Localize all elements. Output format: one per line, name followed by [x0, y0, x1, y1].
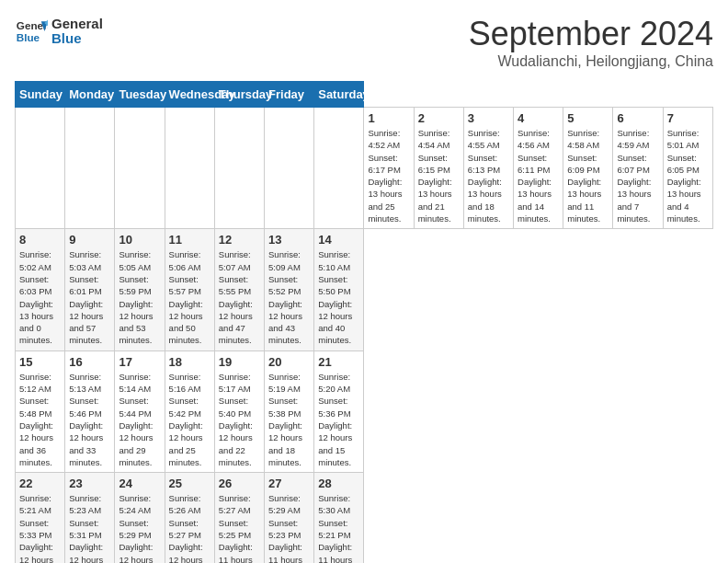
- day-info: Sunrise: 5:21 AM Sunset: 5:33 PM Dayligh…: [19, 492, 61, 563]
- day-number: 23: [69, 477, 110, 490]
- day-number: 16: [69, 355, 110, 369]
- calendar-cell: 9Sunrise: 5:03 AM Sunset: 6:01 PM Daylig…: [65, 229, 115, 350]
- calendar-cell: [115, 108, 165, 229]
- col-sunday: Sunday: [16, 82, 65, 108]
- day-number: 27: [268, 477, 310, 490]
- col-saturday: Saturday: [314, 82, 364, 108]
- col-thursday: Thursday: [214, 82, 264, 108]
- day-number: 19: [219, 355, 260, 369]
- day-info: Sunrise: 5:12 AM Sunset: 5:48 PM Dayligh…: [19, 371, 61, 468]
- calendar-cell: [214, 108, 264, 229]
- day-info: Sunrise: 4:58 AM Sunset: 6:09 PM Dayligh…: [567, 127, 609, 224]
- col-friday: Friday: [265, 82, 314, 108]
- day-number: 1: [368, 111, 409, 125]
- day-info: Sunrise: 5:23 AM Sunset: 5:31 PM Dayligh…: [69, 492, 110, 563]
- day-info: Sunrise: 5:24 AM Sunset: 5:29 PM Dayligh…: [119, 492, 160, 563]
- day-number: 9: [69, 233, 110, 247]
- day-info: Sunrise: 5:16 AM Sunset: 5:42 PM Dayligh…: [169, 371, 210, 468]
- day-info: Sunrise: 5:27 AM Sunset: 5:25 PM Dayligh…: [219, 492, 260, 563]
- day-info: Sunrise: 5:01 AM Sunset: 6:05 PM Dayligh…: [667, 127, 709, 224]
- col-tuesday: Tuesday: [115, 82, 165, 108]
- calendar-week-4: 22Sunrise: 5:21 AM Sunset: 5:33 PM Dayli…: [16, 473, 713, 563]
- day-info: Sunrise: 5:26 AM Sunset: 5:27 PM Dayligh…: [169, 492, 210, 563]
- day-number: 3: [468, 111, 509, 125]
- location-title: Wudalianchi, Heilongjiang, China: [469, 53, 713, 70]
- day-info: Sunrise: 5:19 AM Sunset: 5:38 PM Dayligh…: [268, 371, 310, 468]
- calendar-cell: 28Sunrise: 5:30 AM Sunset: 5:21 PM Dayli…: [314, 473, 364, 563]
- day-number: 22: [19, 477, 61, 490]
- day-info: Sunrise: 5:06 AM Sunset: 5:57 PM Dayligh…: [169, 248, 210, 346]
- day-number: 5: [567, 111, 609, 125]
- calendar-cell: 13Sunrise: 5:09 AM Sunset: 5:52 PM Dayli…: [265, 229, 314, 350]
- calendar-week-2: 8Sunrise: 5:02 AM Sunset: 6:03 PM Daylig…: [16, 229, 713, 350]
- page-header: General Blue General Blue September 2024…: [15, 15, 713, 70]
- day-info: Sunrise: 4:52 AM Sunset: 6:17 PM Dayligh…: [368, 127, 409, 224]
- logo-icon: General Blue: [15, 15, 48, 48]
- calendar-cell: [314, 108, 364, 229]
- day-number: 20: [268, 355, 310, 369]
- day-number: 25: [169, 477, 210, 490]
- calendar-cell: [16, 108, 65, 229]
- day-number: 21: [318, 355, 359, 369]
- day-info: Sunrise: 5:09 AM Sunset: 5:52 PM Dayligh…: [268, 248, 310, 346]
- day-number: 11: [169, 233, 210, 247]
- day-info: Sunrise: 5:05 AM Sunset: 5:59 PM Dayligh…: [119, 248, 160, 346]
- logo: General Blue General Blue: [15, 15, 103, 48]
- calendar-cell: 3Sunrise: 4:55 AM Sunset: 6:13 PM Daylig…: [463, 108, 513, 229]
- calendar-cell: 7Sunrise: 5:01 AM Sunset: 6:05 PM Daylig…: [663, 108, 712, 229]
- calendar-table: Sunday Monday Tuesday Wednesday Thursday…: [15, 81, 713, 563]
- day-number: 6: [617, 111, 658, 125]
- logo-line1: General: [51, 17, 103, 32]
- day-info: Sunrise: 4:55 AM Sunset: 6:13 PM Dayligh…: [468, 127, 509, 224]
- month-title: September 2024: [469, 15, 713, 53]
- calendar-cell: 10Sunrise: 5:05 AM Sunset: 5:59 PM Dayli…: [115, 229, 165, 350]
- day-info: Sunrise: 5:13 AM Sunset: 5:46 PM Dayligh…: [69, 371, 110, 468]
- calendar-cell: 14Sunrise: 5:10 AM Sunset: 5:50 PM Dayli…: [314, 229, 364, 350]
- calendar-cell: [65, 108, 115, 229]
- day-info: Sunrise: 5:10 AM Sunset: 5:50 PM Dayligh…: [318, 248, 359, 346]
- calendar-cell: 15Sunrise: 5:12 AM Sunset: 5:48 PM Dayli…: [16, 350, 65, 472]
- calendar-cell: 4Sunrise: 4:56 AM Sunset: 6:11 PM Daylig…: [514, 108, 563, 229]
- calendar-cell: 26Sunrise: 5:27 AM Sunset: 5:25 PM Dayli…: [214, 473, 264, 563]
- calendar-cell: 25Sunrise: 5:26 AM Sunset: 5:27 PM Dayli…: [165, 473, 214, 563]
- calendar-cell: 6Sunrise: 4:59 AM Sunset: 6:07 PM Daylig…: [613, 108, 663, 229]
- calendar-cell: [165, 108, 214, 229]
- col-wednesday: Wednesday: [165, 82, 214, 108]
- calendar-cell: 24Sunrise: 5:24 AM Sunset: 5:29 PM Dayli…: [115, 473, 165, 563]
- calendar-cell: 8Sunrise: 5:02 AM Sunset: 6:03 PM Daylig…: [16, 229, 65, 350]
- day-number: 15: [19, 355, 61, 369]
- day-number: 4: [518, 111, 559, 125]
- calendar-cell: 17Sunrise: 5:14 AM Sunset: 5:44 PM Dayli…: [115, 350, 165, 472]
- calendar-cell: 21Sunrise: 5:20 AM Sunset: 5:36 PM Dayli…: [314, 350, 364, 472]
- day-number: 12: [219, 233, 260, 247]
- day-number: 14: [318, 233, 359, 247]
- day-info: Sunrise: 4:54 AM Sunset: 6:15 PM Dayligh…: [418, 127, 460, 224]
- col-monday: Monday: [65, 82, 115, 108]
- calendar-week-1: 1Sunrise: 4:52 AM Sunset: 6:17 PM Daylig…: [16, 108, 713, 229]
- day-number: 18: [169, 355, 210, 369]
- calendar-cell: [265, 108, 314, 229]
- day-info: Sunrise: 5:14 AM Sunset: 5:44 PM Dayligh…: [119, 371, 160, 468]
- calendar-week-3: 15Sunrise: 5:12 AM Sunset: 5:48 PM Dayli…: [16, 350, 713, 472]
- calendar-cell: 12Sunrise: 5:07 AM Sunset: 5:55 PM Dayli…: [214, 229, 264, 350]
- day-number: 26: [219, 477, 260, 490]
- calendar-cell: 23Sunrise: 5:23 AM Sunset: 5:31 PM Dayli…: [65, 473, 115, 563]
- header-row: Sunday Monday Tuesday Wednesday Thursday…: [16, 82, 713, 108]
- calendar-cell: 27Sunrise: 5:29 AM Sunset: 5:23 PM Dayli…: [265, 473, 314, 563]
- day-info: Sunrise: 5:07 AM Sunset: 5:55 PM Dayligh…: [219, 248, 260, 346]
- calendar-cell: 1Sunrise: 4:52 AM Sunset: 6:17 PM Daylig…: [364, 108, 414, 229]
- day-info: Sunrise: 5:17 AM Sunset: 5:40 PM Dayligh…: [219, 371, 260, 468]
- day-number: 7: [667, 111, 709, 125]
- svg-text:Blue: Blue: [17, 31, 40, 43]
- day-info: Sunrise: 5:29 AM Sunset: 5:23 PM Dayligh…: [268, 492, 310, 563]
- day-number: 2: [418, 111, 460, 125]
- calendar-cell: 2Sunrise: 4:54 AM Sunset: 6:15 PM Daylig…: [414, 108, 463, 229]
- calendar-cell: 22Sunrise: 5:21 AM Sunset: 5:33 PM Dayli…: [16, 473, 65, 563]
- day-info: Sunrise: 5:20 AM Sunset: 5:36 PM Dayligh…: [318, 371, 359, 468]
- logo-line2: Blue: [51, 31, 103, 47]
- day-info: Sunrise: 5:03 AM Sunset: 6:01 PM Dayligh…: [69, 248, 110, 346]
- day-number: 28: [318, 477, 359, 490]
- calendar-cell: 19Sunrise: 5:17 AM Sunset: 5:40 PM Dayli…: [214, 350, 264, 472]
- day-info: Sunrise: 5:30 AM Sunset: 5:21 PM Dayligh…: [318, 492, 359, 563]
- day-info: Sunrise: 4:59 AM Sunset: 6:07 PM Dayligh…: [617, 127, 658, 224]
